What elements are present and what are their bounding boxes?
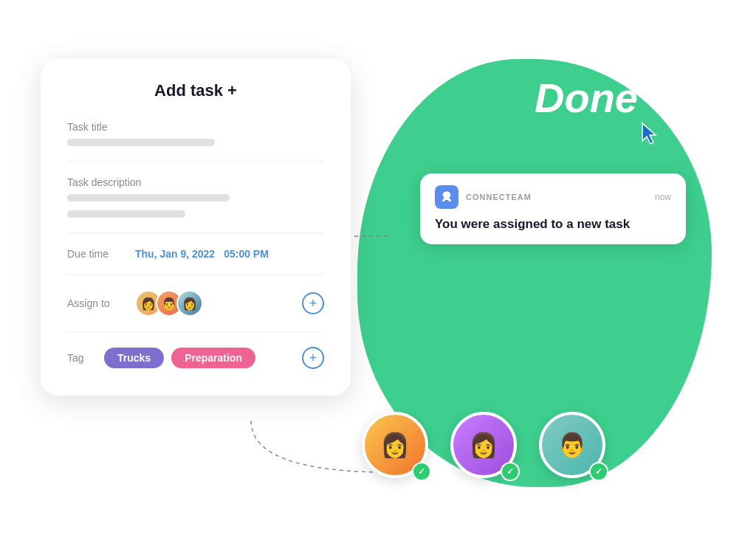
notif-app-name: CONNECTEAM bbox=[466, 193, 647, 201]
bottom-avatar-group: 👩 ✓ 👩 ✓ 👨 ✓ bbox=[362, 412, 605, 478]
task-title-field: Task title bbox=[67, 121, 324, 146]
check-badge-2: ✓ bbox=[501, 462, 520, 481]
connecteam-logo bbox=[435, 185, 458, 209]
assign-to-row: Assign to 👩 👨 👩 + bbox=[67, 290, 324, 317]
check-badge-1: ✓ bbox=[412, 462, 431, 481]
tag-row: Tag Trucks Preparation + bbox=[67, 347, 324, 369]
task-title-label: Task title bbox=[67, 121, 324, 133]
avatar-group: 👩 👨 👩 bbox=[135, 290, 203, 317]
tag-add-button[interactable]: + bbox=[302, 347, 324, 369]
task-title-placeholder-bar bbox=[67, 139, 215, 146]
divider-4 bbox=[67, 331, 324, 332]
scene: Done Add task + Task title Task descript… bbox=[0, 0, 756, 552]
due-time-value[interactable]: 05:00 PM bbox=[224, 248, 269, 260]
tag-trucks[interactable]: Trucks bbox=[104, 348, 164, 368]
notification-header: CONNECTEAM now bbox=[435, 185, 671, 209]
bottom-avatar-wrap-2: 👩 ✓ bbox=[450, 412, 517, 478]
divider-3 bbox=[67, 275, 324, 275]
assign-label: Assign to bbox=[67, 297, 126, 309]
due-time-row: Due time Thu, Jan 9, 2022 05:00 PM bbox=[67, 248, 324, 260]
bottom-avatar-wrap-3: 👨 ✓ bbox=[539, 412, 605, 478]
cursor-icon bbox=[639, 122, 660, 148]
task-desc-field: Task description bbox=[67, 176, 324, 218]
task-desc-label: Task description bbox=[67, 176, 324, 188]
avatar-person-3: 👩 bbox=[176, 290, 203, 317]
task-desc-placeholder-bar-2 bbox=[67, 210, 185, 218]
notification-card: CONNECTEAM now You were assigned to a ne… bbox=[420, 173, 686, 244]
card-title: Add task + bbox=[67, 81, 324, 100]
assign-add-button[interactable]: + bbox=[302, 292, 324, 314]
divider-2 bbox=[67, 232, 324, 233]
add-task-card: Add task + Task title Task description D… bbox=[41, 59, 351, 396]
done-label: Done bbox=[535, 74, 638, 122]
check-badge-3: ✓ bbox=[589, 462, 608, 481]
bottom-avatar-wrap-1: 👩 ✓ bbox=[362, 412, 428, 478]
divider-1 bbox=[67, 161, 324, 162]
tag-preparation[interactable]: Preparation bbox=[171, 348, 255, 368]
due-time-label: Due time bbox=[67, 248, 126, 260]
tag-label: Tag bbox=[67, 352, 97, 364]
due-date-value[interactable]: Thu, Jan 9, 2022 bbox=[135, 248, 215, 260]
notif-message: You were assigned to a new task bbox=[435, 216, 671, 232]
task-desc-placeholder-bar-1 bbox=[67, 194, 230, 201]
notif-time: now bbox=[655, 192, 671, 202]
